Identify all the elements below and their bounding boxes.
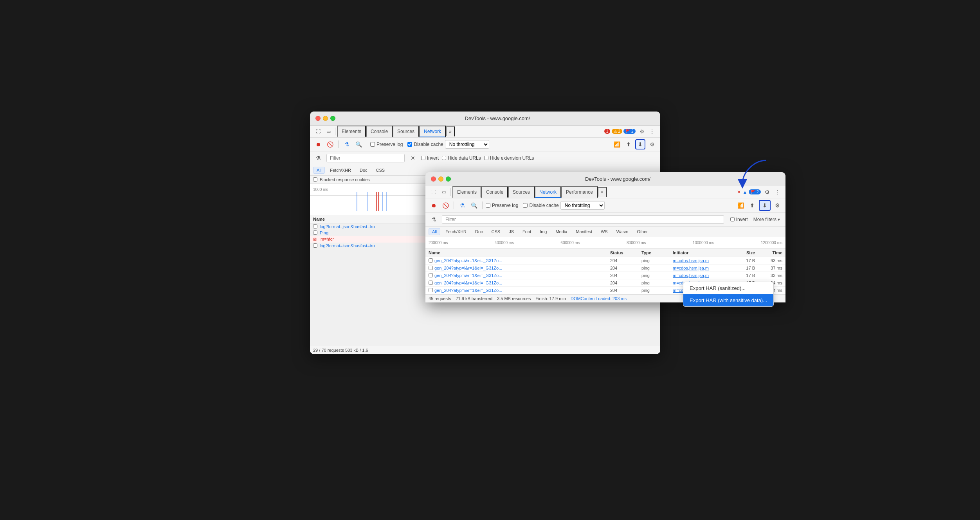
fg-type-ws[interactable]: WS [597, 228, 611, 235]
bg-preserve-log-label[interactable]: Preserve log [370, 142, 403, 147]
fg-more-filters-button[interactable]: More filters ▾ [751, 216, 782, 223]
fg-type-other[interactable]: Other [633, 228, 651, 235]
fg-row1-initiator[interactable]: m=cdos,hsm,jsa,m [673, 266, 728, 270]
bg-filter-input[interactable] [326, 154, 405, 162]
fg-network-settings-icon[interactable]: ⚙ [772, 200, 782, 211]
fg-table-row-0[interactable]: gen_204?atyp=i&r=1&ei=_G31Zo... 204 ping… [425, 257, 785, 264]
fg-tab-network[interactable]: Network [535, 186, 561, 198]
fg-type-css[interactable]: CSS [488, 228, 504, 235]
fg-type-font[interactable]: Font [519, 228, 535, 235]
bg-row3-checkbox[interactable] [313, 243, 317, 248]
fg-clear-icon[interactable]: 🚫 [440, 200, 450, 211]
fg-col-type[interactable]: Type [641, 250, 673, 255]
fg-invert-checkbox[interactable] [730, 217, 735, 221]
fg-filter-input[interactable] [442, 215, 724, 224]
bg-disable-cache-label[interactable]: Disable cache [407, 142, 443, 147]
fg-device-icon[interactable]: ▭ [439, 187, 449, 197]
fg-tab-elements[interactable]: Elements [452, 186, 481, 198]
fg-tab-sources[interactable]: Sources [508, 186, 535, 198]
fg-minimize-button[interactable] [438, 176, 443, 182]
bg-row0-checkbox[interactable] [313, 224, 317, 229]
fg-row0-checkbox[interactable] [429, 258, 433, 263]
fg-export-sensitive[interactable]: Export HAR (with sensitive data)... [683, 294, 773, 306]
bg-tab-console[interactable]: Console [366, 126, 393, 137]
fg-disable-cache-label[interactable]: Disable cache [523, 203, 558, 208]
bg-upload-icon[interactable]: ⬆ [623, 139, 634, 149]
fg-cursor-icon[interactable]: ⛶ [429, 187, 439, 197]
fg-type-doc[interactable]: Doc [472, 228, 486, 235]
bg-type-css[interactable]: CSS [373, 167, 389, 174]
fg-download-button[interactable]: ⬇ [760, 200, 770, 211]
fg-stop-recording-icon[interactable]: ⏺ [429, 200, 439, 211]
bg-close-button[interactable] [315, 116, 321, 121]
bg-cursor-icon[interactable]: ⛶ [313, 126, 323, 137]
fg-search-icon[interactable]: 🔍 [469, 200, 479, 211]
fg-disable-cache-checkbox[interactable] [523, 203, 528, 208]
fg-preserve-log-checkbox[interactable] [486, 203, 490, 208]
fg-table-row-2[interactable]: gen_204?atyp=i&r=1&ei=_G31Zo... 204 ping… [425, 272, 785, 279]
fg-tab-performance[interactable]: Performance [561, 186, 598, 198]
fg-col-status[interactable]: Status [610, 250, 641, 255]
fg-filter-icon[interactable]: ⚗ [457, 200, 467, 211]
bg-invert-checkbox[interactable] [421, 156, 425, 160]
bg-filter-icon[interactable]: ⚗ [342, 139, 352, 149]
bg-more-icon[interactable]: ⋮ [647, 126, 657, 137]
bg-blocked-checkbox[interactable] [313, 177, 317, 182]
fg-close-button[interactable] [431, 176, 436, 182]
fg-row4-checkbox[interactable] [429, 288, 433, 292]
fg-settings-icon[interactable]: ⚙ [762, 187, 772, 197]
bg-disable-cache-checkbox[interactable] [407, 142, 412, 147]
bg-hide-data-label[interactable]: Hide data URLs [442, 155, 481, 161]
fg-more-icon[interactable]: ⋮ [772, 187, 782, 197]
bg-hide-data-checkbox[interactable] [442, 156, 446, 160]
fg-col-size[interactable]: Size [728, 250, 755, 255]
bg-type-all[interactable]: All [313, 167, 325, 174]
fg-throttle-select[interactable]: No throttling [560, 201, 605, 210]
bg-device-icon[interactable]: ▭ [323, 126, 333, 137]
fg-invert-label[interactable]: Invert [730, 217, 748, 222]
fg-col-name[interactable]: Name [429, 250, 610, 255]
fg-type-media[interactable]: Media [552, 228, 571, 235]
bg-download-button[interactable]: ⬇ [635, 139, 645, 149]
fg-maximize-button[interactable] [446, 176, 451, 182]
fg-row1-checkbox[interactable] [429, 266, 433, 270]
bg-network-settings-icon[interactable]: ⚙ [647, 139, 657, 149]
fg-row0-initiator[interactable]: m=cdos,hsm,jsa,m [673, 258, 728, 263]
bg-tab-more[interactable]: » [446, 126, 455, 137]
fg-preserve-log-label[interactable]: Preserve log [486, 203, 518, 208]
fg-tab-more[interactable]: » [598, 187, 607, 197]
fg-type-img[interactable]: Img [536, 228, 550, 235]
bg-filter-clear-icon[interactable]: ✕ [408, 153, 418, 163]
fg-row2-initiator[interactable]: m=cdos,hsm,jsa,m [673, 273, 728, 278]
bg-wifi-icon[interactable]: 📶 [612, 139, 622, 149]
fg-row3-checkbox[interactable] [429, 281, 433, 285]
bg-search-icon[interactable]: 🔍 [353, 139, 364, 149]
fg-filter-toggle-icon[interactable]: ⚗ [429, 214, 439, 225]
fg-type-fetch[interactable]: Fetch/XHR [442, 228, 470, 235]
bg-hide-ext-checkbox[interactable] [484, 156, 488, 160]
fg-wifi-icon[interactable]: 📶 [735, 200, 746, 211]
bg-type-doc[interactable]: Doc [356, 167, 371, 174]
fg-type-all[interactable]: All [429, 228, 440, 235]
fg-dom-loaded[interactable]: DOMContentLoaded: 203 ms [571, 296, 627, 301]
fg-table-row-1[interactable]: gen_204?atyp=i&r=1&ei=_G31Zo... 204 ping… [425, 264, 785, 272]
bg-row1-checkbox[interactable] [313, 230, 317, 235]
fg-type-js[interactable]: JS [505, 228, 517, 235]
bg-tab-sources[interactable]: Sources [393, 126, 419, 137]
fg-upload-icon[interactable]: ⬆ [747, 200, 757, 211]
bg-minimize-button[interactable] [323, 116, 328, 121]
bg-hide-ext-label[interactable]: Hide extension URLs [484, 155, 534, 161]
fg-export-sanitized[interactable]: Export HAR (sanitized)... [683, 282, 773, 294]
fg-type-manifest[interactable]: Manifest [572, 228, 596, 235]
bg-preserve-log-checkbox[interactable] [370, 142, 375, 147]
fg-col-time[interactable]: Time [755, 250, 782, 255]
fg-type-wasm[interactable]: Wasm [613, 228, 632, 235]
bg-filter-toggle-icon[interactable]: ⚗ [313, 153, 323, 163]
bg-maximize-button[interactable] [330, 116, 335, 121]
bg-settings-icon[interactable]: ⚙ [637, 126, 647, 137]
bg-invert-label[interactable]: Invert [421, 155, 439, 161]
fg-col-initiator[interactable]: Initiator [673, 250, 728, 255]
bg-throttle-select[interactable]: No throttling [445, 140, 489, 149]
bg-tab-elements[interactable]: Elements [337, 126, 366, 137]
fg-row2-checkbox[interactable] [429, 273, 433, 277]
